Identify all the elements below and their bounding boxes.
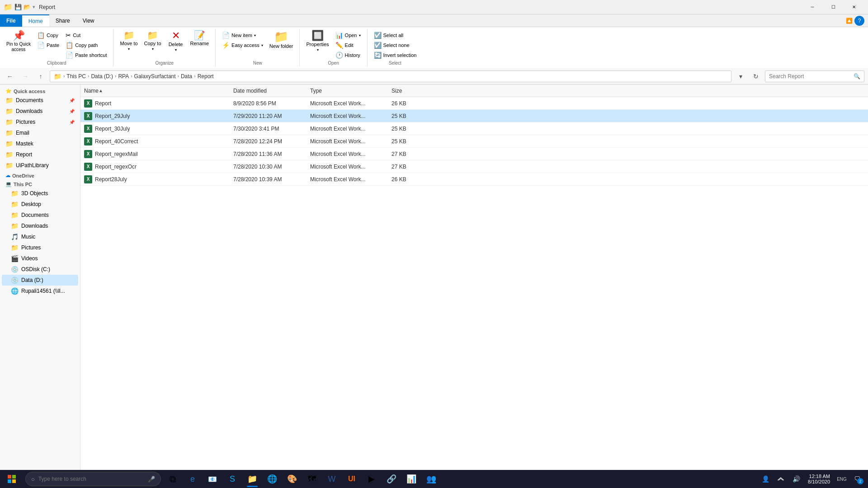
microphone-icon[interactable]: 🎤 [148, 476, 155, 483]
maps-button[interactable]: 🗺 [302, 470, 322, 488]
sidebar-item-uipathlibrary[interactable]: 📁 UiPathLibrary [2, 160, 78, 171]
sidebar-item-documents2[interactable]: 📁 Documents [2, 210, 78, 221]
file-row[interactable]: X Report_regexOcr 7/28/2020 10:30 AM Mic… [80, 160, 868, 173]
select-all-button[interactable]: ☑️ Select all [371, 31, 420, 40]
easy-access-button[interactable]: ⚡ Easy access ▾ [219, 41, 266, 50]
back-button[interactable]: ← [4, 70, 16, 83]
network-icon[interactable] [774, 472, 788, 486]
sidebar-item-videos[interactable]: 🎬 Videos [2, 253, 78, 264]
move-to-button[interactable]: 📁 Move to ▾ [117, 29, 140, 53]
sidebar-item-data-d[interactable]: 💿 Data (D:) [2, 275, 78, 286]
taskbar-search-input[interactable] [38, 476, 144, 482]
breadcrumb-data-d[interactable]: Data (D:) [91, 73, 113, 80]
forward-button[interactable]: → [19, 70, 32, 83]
sidebar-item-osdisk[interactable]: 💿 OSDisk (C:) [2, 264, 78, 275]
chrome-button[interactable]: 🌐 [262, 470, 282, 488]
sidebar-item-rupali[interactable]: 🌐 Rupali14561 (\\ll... [2, 286, 78, 296]
breadcrumb-this-pc[interactable]: This PC [66, 73, 86, 80]
refresh-button[interactable]: ↻ [750, 70, 762, 83]
sidebar-item-report[interactable]: 📁 Report [2, 149, 78, 160]
start-button[interactable] [0, 470, 24, 488]
move-icon: 📁 [123, 31, 135, 40]
this-pc-section[interactable]: 💻 This PC [0, 179, 80, 188]
sidebar-item-pictures2[interactable]: 📁 Pictures [2, 242, 78, 253]
sidebar-item-pictures[interactable]: 📁 Pictures 📌 [2, 117, 78, 127]
breadcrumb-report[interactable]: Report [198, 73, 214, 80]
maximize-button[interactable]: ☐ [823, 0, 844, 14]
file-row[interactable]: X Report_29July 7/29/2020 11:20 AM Micro… [80, 110, 868, 122]
uipath-button[interactable]: UI [342, 470, 362, 488]
col-header-type[interactable]: Type [310, 88, 392, 94]
sidebar-item-desktop[interactable]: 📁 Desktop [2, 199, 78, 210]
copy-path-button[interactable]: 📋 Copy path [63, 41, 109, 50]
uipath-folder-icon: 📁 [5, 162, 13, 169]
tab-share[interactable]: Share [49, 14, 76, 27]
sidebar-item-music[interactable]: 🎵 Music [2, 231, 78, 242]
onedrive-section[interactable]: ☁ OneDrive [0, 171, 80, 179]
paste-button[interactable]: 📄 Paste [34, 41, 62, 50]
col-header-date[interactable]: Date modified [233, 88, 310, 94]
file-row[interactable]: X Report 8/9/2020 8:56 PM Microsoft Exce… [80, 97, 868, 110]
media-button[interactable]: ▶ [362, 470, 382, 488]
taskbar-time[interactable]: 12:18 AM 8/10/2020 [804, 474, 834, 484]
taskview-button[interactable]: ⧉ [163, 470, 183, 488]
sidebar-item-documents[interactable]: 📁 Documents 📌 [2, 95, 78, 106]
volume-icon[interactable]: 🔊 [789, 472, 803, 486]
action-center-button[interactable]: 🗨 2 [850, 472, 864, 486]
rename-button[interactable]: 📝 Rename [188, 29, 212, 48]
search-icon[interactable]: 🔍 [854, 73, 860, 80]
edit-button[interactable]: ✏️ Edit [333, 41, 363, 50]
breadcrumb-dropdown-button[interactable]: ▾ [734, 70, 747, 83]
breadcrumb-galaxysurfactant[interactable]: GalaxySurfactant [134, 73, 176, 80]
teams-button[interactable]: 👥 [421, 470, 441, 488]
tab-view[interactable]: View [76, 14, 101, 27]
browser2-button[interactable]: 🔗 [382, 470, 401, 488]
quick-access-section[interactable]: ⭐ Quick access [0, 86, 80, 95]
excel-button[interactable]: 📊 [401, 470, 421, 488]
sidebar-item-downloads[interactable]: 📁 Downloads 📌 [2, 106, 78, 117]
properties-button[interactable]: 🔲 Properties ▾ [303, 29, 331, 54]
tab-file[interactable]: File [0, 14, 22, 27]
sidebar-item-downloads2[interactable]: 📁 Downloads [2, 221, 78, 231]
col-header-size[interactable]: Size [392, 88, 437, 94]
ie-button[interactable]: e [183, 470, 203, 488]
sidebar-item-email[interactable]: 📁 Email [2, 127, 78, 138]
ribbon-collapse-icon[interactable]: 🔼 [846, 18, 853, 24]
delete-button[interactable]: ✕ Delete ▾ [165, 29, 187, 54]
ribbon-tabs: File Home Share View 🔼 ? [0, 14, 868, 27]
col-header-name[interactable]: Name ▲ [84, 88, 233, 94]
pin-to-quick-access-button[interactable]: 📌 Pin to Quick access [4, 29, 33, 54]
open-button[interactable]: 📊 Open ▾ [333, 31, 363, 40]
file-explorer-button[interactable]: 📁 [242, 470, 262, 488]
file-row[interactable]: X Report_regexMail 7/28/2020 11:36 AM Mi… [80, 148, 868, 160]
help-icon[interactable]: ? [854, 16, 864, 26]
people-icon[interactable]: 👤 [758, 472, 773, 486]
breadcrumb-rpa[interactable]: RPA [118, 73, 129, 80]
close-button[interactable]: ✕ [844, 0, 864, 14]
tab-home[interactable]: Home [22, 14, 49, 27]
paste-shortcut-button[interactable]: 📄 Paste shortcut [63, 51, 109, 60]
lang-icon[interactable]: ENG [835, 472, 849, 486]
paint-button[interactable]: 🎨 [282, 470, 302, 488]
file-row[interactable]: X Report_30July 7/30/2020 3:41 PM Micros… [80, 122, 868, 135]
skype-button[interactable]: S [222, 470, 242, 488]
new-folder-button[interactable]: 📁 New folder [267, 29, 296, 51]
copy-button[interactable]: 📋 Copy [34, 31, 62, 40]
search-input[interactable] [769, 73, 854, 80]
invert-selection-button[interactable]: 🔄 Invert selection [371, 51, 420, 60]
breadcrumb-data[interactable]: Data [181, 73, 192, 80]
outlook-button[interactable]: 📧 [203, 470, 222, 488]
copy-to-button[interactable]: 📁 Copy to ▾ [142, 29, 164, 53]
new-item-button[interactable]: 📄 New item ▾ [219, 31, 266, 40]
cut-button[interactable]: ✂ Cut [63, 31, 109, 40]
file-row[interactable]: X Report28July 7/28/2020 10:39 AM Micros… [80, 173, 868, 186]
sidebar-item-3dobjects[interactable]: 📁 3D Objects [2, 188, 78, 199]
file-name-cell: X Report_40Correct [84, 137, 233, 145]
sidebar-item-mastek[interactable]: 📁 Mastek [2, 138, 78, 149]
word-button[interactable]: W [322, 470, 342, 488]
history-button[interactable]: 🕐 History [333, 51, 363, 60]
file-row[interactable]: X Report_40Correct 7/28/2020 12:24 PM Mi… [80, 135, 868, 148]
minimize-button[interactable]: ─ [802, 0, 823, 14]
select-none-button[interactable]: ☑️ Select none [371, 41, 420, 50]
up-button[interactable]: ↑ [34, 70, 47, 83]
